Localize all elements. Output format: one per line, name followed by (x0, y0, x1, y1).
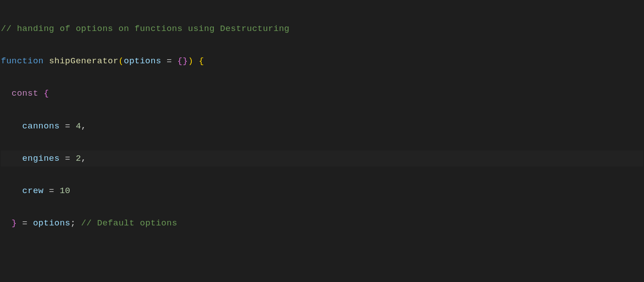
comma: , (81, 154, 87, 163)
property: cannons (22, 121, 60, 131)
code-line[interactable]: const { (1, 85, 643, 101)
number: 4 (76, 121, 81, 131)
operator: = (161, 56, 177, 66)
code-line[interactable]: function shipGenerator(options = {}) { (1, 53, 643, 69)
paren: ) (188, 56, 194, 66)
brace: { (44, 88, 49, 98)
space (38, 88, 44, 98)
brace: { (198, 56, 204, 66)
brace: } (183, 56, 188, 66)
code-editor[interactable]: // handing of options on functions using… (1, 4, 643, 282)
brace: } (12, 218, 17, 228)
code-line[interactable]: crew = 10 (1, 183, 643, 199)
indent (1, 88, 12, 98)
code-line[interactable]: cannons = 4, (1, 118, 643, 134)
indent (1, 218, 12, 228)
brace: { (177, 56, 183, 66)
semicolon: ; (71, 218, 76, 228)
variable: options (33, 218, 70, 228)
code-line[interactable]: // handing of options on functions using… (1, 21, 643, 37)
code-line[interactable]: } = options; // Default options (1, 215, 643, 231)
keyword: function (1, 56, 44, 66)
operator: = (44, 186, 60, 196)
operator: = (60, 121, 76, 131)
code-line[interactable]: return `This ship has ${cannons} cannons… (1, 280, 643, 282)
number: 2 (76, 154, 81, 163)
paren: ( (119, 56, 124, 66)
parameter: options (124, 56, 161, 66)
indent (1, 186, 22, 196)
code-line[interactable] (1, 247, 643, 264)
property: engines (22, 154, 60, 163)
function-name: shipGenerator (49, 56, 119, 66)
keyword: const (12, 88, 39, 98)
indent (1, 121, 22, 131)
comma: , (81, 121, 87, 131)
space (194, 56, 199, 66)
property: crew (22, 186, 44, 196)
code-line[interactable]: engines = 2, (1, 150, 643, 167)
number: 10 (60, 186, 71, 196)
indent (1, 154, 22, 163)
operator: = (17, 218, 33, 228)
comment-text: // Default options (76, 218, 177, 228)
operator: = (60, 154, 76, 163)
comment-text: // handing of options on functions using… (1, 24, 290, 34)
